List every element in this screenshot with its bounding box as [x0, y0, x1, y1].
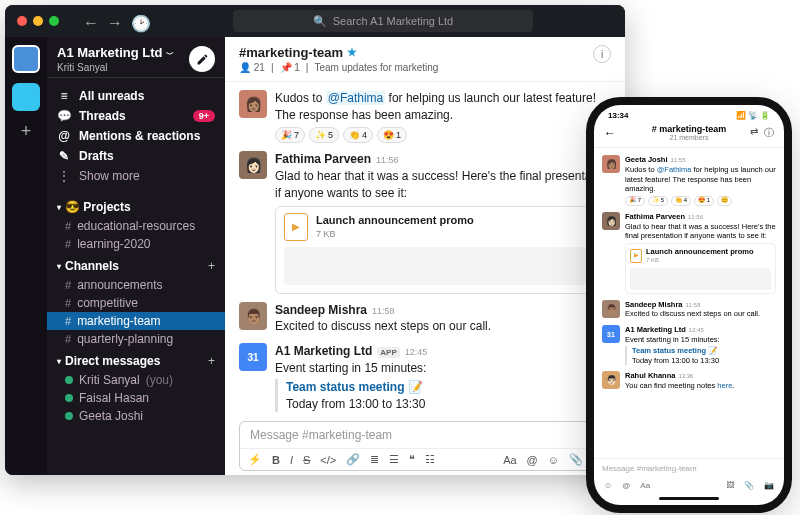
avatar[interactable]: 👩🏻: [239, 151, 267, 179]
section-channels[interactable]: ▾Channels+: [47, 253, 225, 276]
slack-desktop-window: ← → 🕑 🔍 Search A1 Marketing Ltd + A1 Mar…: [5, 5, 625, 475]
bold-button[interactable]: B: [272, 454, 280, 466]
channel-name[interactable]: #marketing-team: [239, 45, 343, 60]
nav-threads[interactable]: 💬Threads9+: [47, 106, 225, 126]
info-icon[interactable]: ⓘ: [764, 126, 774, 140]
phone-attachment[interactable]: ▶Launch announcement promo7 KB: [625, 243, 776, 294]
status-time: 13:34: [608, 111, 628, 120]
channel-view: #marketing-team ★ 👤 21 | 📌 1 | Team upda…: [225, 37, 625, 475]
link-button[interactable]: 🔗: [346, 453, 360, 466]
workspace-other[interactable]: [12, 83, 40, 111]
format-button[interactable]: Aa: [503, 454, 516, 466]
nav-all-unreads[interactable]: ≡All unreads: [47, 86, 225, 106]
avatar[interactable]: 👨🏽: [239, 302, 267, 330]
avatar[interactable]: 👩🏽: [239, 90, 267, 118]
back-button[interactable]: ←: [83, 14, 97, 28]
event-card[interactable]: Team status meeting 📝 Today from 13:00 t…: [275, 379, 611, 413]
phone-statusbar: 13:34 📶 📡 🔋: [594, 105, 784, 122]
presence-icon: [65, 376, 73, 384]
channel-item-active[interactable]: #marketing-team: [47, 312, 225, 330]
phone-camera-button[interactable]: 📷: [764, 481, 774, 490]
threads-badge: 9+: [193, 110, 215, 122]
workspace-switcher[interactable]: [12, 45, 40, 73]
global-search[interactable]: 🔍 Search A1 Marketing Ltd: [233, 10, 533, 32]
bulleted-list-button[interactable]: ☰: [389, 453, 399, 466]
add-channel-button[interactable]: +: [208, 259, 215, 273]
phone-attach-button[interactable]: 📎: [744, 481, 754, 490]
user-mention[interactable]: @Fathima: [326, 91, 386, 105]
traffic-lights: [17, 16, 59, 26]
window-maximize[interactable]: [49, 16, 59, 26]
compose-button[interactable]: [189, 46, 215, 72]
phone-composer[interactable]: Message #marketing-team: [594, 458, 784, 478]
calendar-app-icon[interactable]: 31: [239, 343, 267, 371]
history-nav: ← → 🕑: [83, 14, 145, 28]
message: 👩🏻 Fathima Parveen11:56 Glad to hear tha…: [239, 147, 611, 297]
nav-mentions[interactable]: @Mentions & reactions: [47, 126, 225, 146]
phone-image-button[interactable]: 🖼: [726, 481, 734, 490]
channel-item[interactable]: #quarterly-planning: [47, 330, 225, 348]
presence-icon: [65, 394, 73, 402]
attach-button[interactable]: 📎: [569, 453, 583, 466]
blockquote-button[interactable]: ❝: [409, 453, 415, 466]
reaction[interactable]: 👏4: [343, 127, 373, 144]
dm-item[interactable]: Kriti Sanyal (you): [47, 371, 225, 389]
status-icons: 📶 📡 🔋: [736, 111, 770, 120]
nav-show-more[interactable]: ⋮Show more: [47, 166, 225, 186]
file-attachment[interactable]: ▶ Launch announcement promo7 KB: [275, 206, 595, 294]
message-list[interactable]: 👩🏽 Kudos to @Fathima for helping us laun…: [225, 82, 625, 415]
composer-toolbar: ⚡ B I S </> 🔗 ≣ ☰ ❝ ☷ Aa @: [240, 448, 610, 470]
window-minimize[interactable]: [33, 16, 43, 26]
phone-channel-name[interactable]: # marketing-team: [604, 124, 774, 134]
dm-item[interactable]: Faisal Hasan: [47, 389, 225, 407]
phone-emoji-button[interactable]: ☺: [604, 481, 612, 490]
reaction[interactable]: ✨5: [309, 127, 339, 144]
mentions-icon: @: [57, 129, 71, 143]
back-button[interactable]: ←: [604, 126, 616, 140]
filter-icon[interactable]: ⇄: [750, 126, 758, 140]
codeblock-button[interactable]: ☷: [425, 453, 435, 466]
channel-topic[interactable]: Team updates for marketing: [314, 62, 438, 73]
members-icon[interactable]: 👤 21: [239, 62, 265, 73]
reaction[interactable]: 🎉7: [275, 127, 305, 144]
composer-input[interactable]: Message #marketing-team: [240, 422, 610, 448]
threads-icon: 💬: [57, 109, 71, 123]
add-workspace-button[interactable]: +: [21, 121, 32, 142]
pins-icon[interactable]: 📌 1: [280, 62, 300, 73]
reaction[interactable]: 😍1: [377, 127, 407, 144]
phone-format-button[interactable]: Aa: [640, 481, 650, 490]
file-icon: ▶: [284, 213, 308, 241]
channel-item[interactable]: #competitive: [47, 294, 225, 312]
dm-item[interactable]: Geeta Joshi: [47, 407, 225, 425]
window-titlebar: ← → 🕑 🔍 Search A1 Marketing Ltd: [5, 5, 625, 37]
presence-icon: [65, 412, 73, 420]
phone-mention-button[interactable]: @: [622, 481, 630, 490]
search-placeholder: Search A1 Marketing Ltd: [333, 15, 453, 27]
channel-item[interactable]: #educational-resources: [47, 217, 225, 235]
channel-item[interactable]: #announcements: [47, 276, 225, 294]
section-dms[interactable]: ▾Direct messages+: [47, 348, 225, 371]
forward-button[interactable]: →: [107, 14, 121, 28]
phone-member-count: 21 members: [604, 134, 774, 141]
phone-message-list[interactable]: 👩🏽 Geeta Joshi11:55 Kudos to @Fathima fo…: [594, 148, 784, 458]
channel-details-button[interactable]: i: [593, 45, 611, 63]
channel-item[interactable]: #learning-2020: [47, 235, 225, 253]
emoji-button[interactable]: ☺: [548, 454, 559, 466]
nav-drafts[interactable]: ✎Drafts: [47, 146, 225, 166]
lightning-icon[interactable]: ⚡: [248, 453, 262, 466]
italic-button[interactable]: I: [290, 454, 293, 466]
star-icon[interactable]: ★: [347, 46, 357, 59]
add-dm-button[interactable]: +: [208, 354, 215, 368]
code-button[interactable]: </>: [320, 454, 336, 466]
current-user: Kriti Sanyal: [57, 62, 174, 73]
home-indicator[interactable]: [659, 497, 719, 500]
workspace-header[interactable]: A1 Marketing Ltd ﹀ Kriti Sanyal: [47, 37, 225, 78]
history-button[interactable]: 🕑: [131, 14, 145, 28]
message: 31 A1 Marketing LtdAPP12:45 Event starti…: [239, 339, 611, 415]
window-close[interactable]: [17, 16, 27, 26]
unreads-icon: ≡: [57, 89, 71, 103]
mention-button[interactable]: @: [527, 454, 538, 466]
ordered-list-button[interactable]: ≣: [370, 453, 379, 466]
strike-button[interactable]: S: [303, 454, 310, 466]
section-projects[interactable]: ▾😎 Projects: [47, 194, 225, 217]
